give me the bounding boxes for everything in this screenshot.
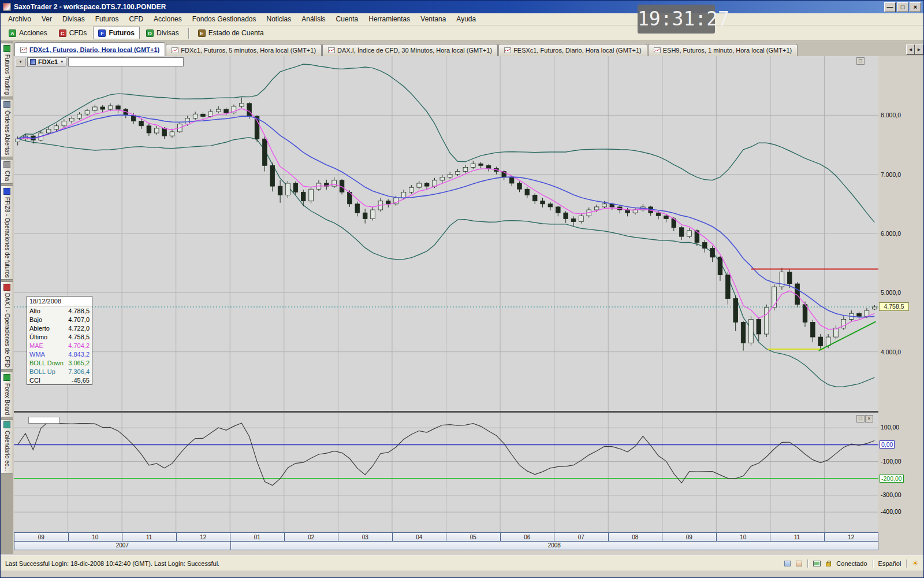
menu-item-analisis[interactable]: Análisis [296,14,330,24]
month-cell: 05 [446,532,501,542]
clock-overlay: 19:31:27 [638,5,715,34]
dock-tab-calendario-ec[interactable]: Calendario ec... [1,419,13,473]
price-tick: 8.000,0 [881,112,901,118]
tooltip-row-value: 4.704,2 [68,342,90,349]
tooltip-row: Alto4.788,5 [27,306,92,315]
lock-icon [826,562,831,566]
left-dock: Futuros TradingÓrdenes AbiertasChaFFIZ8 … [1,41,13,554]
chart-tab-label: ESH9, Futuros, 1 minuto, Hora local (GMT… [663,47,792,54]
price-tick: 4.000,0 [881,349,901,355]
chart-icon [172,47,178,53]
chart-tab-label: FDXc1, Futuros, 5 minutos, Hora local (G… [181,47,316,54]
dock-tab-forex-board[interactable]: Forex Board [1,372,13,417]
acciones-icon: A [9,29,16,37]
month-cell: 10 [68,532,123,542]
menu-item-futuros[interactable]: Futuros [90,14,124,24]
divider [873,560,873,568]
trend-line[interactable] [819,321,876,350]
dax-i-operaciones-de-cfd-icon [3,284,10,291]
cci-tick: -200,00 [880,475,904,483]
year-cell: 2007 [14,542,231,550]
time-axis[interactable]: 09101112010203040506070809101112 2007200… [14,532,878,550]
edit-icon [796,561,802,566]
tab-scroll-right-button[interactable]: ▶ [915,45,923,55]
month-row: 09101112010203040506070809101112 [14,532,878,542]
window-title: SaxoTrader 2 - workspace.DTS.7.100.PONDE… [14,3,166,11]
chart-icon [654,47,661,53]
forex-board-icon [3,374,10,381]
chart-icon [20,47,27,53]
menu-item-ventana[interactable]: Ventana [415,14,451,24]
tooltip-row: BOLL Down3.065,2 [27,358,92,367]
menu-bar: ArchivoVerDivisasFuturosCFDAccionesFondo… [1,13,923,25]
cci-panel-close-button[interactable]: × [865,415,873,423]
chart-tab-strip: FDXc1, Futuros, Diario, Hora local (GMT+… [13,41,924,56]
chart-tab[interactable]: ESH9, Futuros, 1 minuto, Hora local (GMT… [648,44,798,56]
menu-item-acciones[interactable]: Acciones [148,14,187,24]
tooltip-row-label: Último [29,334,47,340]
menu-item-cuenta[interactable]: Cuenta [331,14,364,24]
minimize-button[interactable]: — [884,2,896,12]
calendario-ec-icon [3,421,10,428]
dock-tab-dax-i-operaciones-de-cfd[interactable]: DAX.I - Operaciones de CFD [1,281,13,370]
toolbar-button-estado-de-cuenta[interactable]: EEstado de Cuenta [193,27,269,39]
futuros-trading-icon [3,45,10,52]
dock-tab-label: FFIZ8 - Operaciones de futuros [4,197,10,278]
price-panel-restore-button[interactable]: □ [856,57,865,65]
dock-tab-ordenes-abiertas[interactable]: Órdenes Abiertas [1,99,13,157]
sun-icon: ☀ [912,559,919,568]
tooltip-row-label: Alto [29,307,40,314]
toolbar-button-divisas[interactable]: DDivisas [141,27,184,39]
cci-tick: -300,00 [881,491,901,498]
price-tick: 7.000,0 [881,171,901,178]
tooltip-row-label: Bajo [29,316,42,323]
toolbar-button-cfds[interactable]: CCFDs [54,27,92,39]
tooltip-row: Abierto4.722,0 [27,324,92,332]
menu-item-ayuda[interactable]: Ayuda [451,14,481,24]
cci-panel-restore-button[interactable]: □ [856,415,865,423]
maximize-button[interactable]: □ [897,2,908,12]
application-window: SaxoTrader 2 - workspace.DTS.7.100.PONDE… [0,0,924,578]
price-axis[interactable]: 4.758,5 8.000,07.000,06.000,05.000,04.00… [878,56,924,551]
month-cell: 11 [770,532,825,542]
chart-menu-button[interactable]: ▼ [16,58,25,66]
symbol-label: FDXc1 [38,58,58,65]
tooltip-row-value: 4.843,2 [68,351,90,358]
chart-tab[interactable]: FESXc1, Futuros, Diario, Hora local (GMT… [498,44,647,56]
close-button[interactable]: × [910,2,921,12]
month-cell: 02 [284,532,339,542]
month-cell: 06 [500,532,555,542]
cci-legend-box [28,417,59,424]
menu-item-herramientas[interactable]: Herramientas [363,14,415,24]
toolbar-button-futuros[interactable]: FFuturos [93,27,140,39]
menu-item-noticias[interactable]: Noticias [262,14,297,24]
menu-item-ver[interactable]: Ver [36,14,57,24]
price-tick: 6.000,0 [881,230,901,237]
toolbar-button-label: Divisas [157,29,179,37]
toolbar-button-acciones[interactable]: AAcciones [3,27,53,39]
cci-chart-canvas[interactable] [14,413,878,532]
menu-item-cfd[interactable]: CFD [124,14,148,24]
tab-scroll-left-button[interactable]: ◀ [906,45,915,55]
dock-tab-ffiz8-operaciones-de-futuros[interactable]: FFIZ8 - Operaciones de futuros [1,186,13,280]
main-toolbar: AAccionesCCFDsFFuturosDDivisasEEstado de… [1,25,923,41]
menu-item-divisas[interactable]: Divisas [57,14,90,24]
divisas-icon: D [146,29,154,37]
ordenes-abiertas-icon [3,101,10,108]
dock-tab-cha[interactable]: Cha [1,159,13,183]
menu-item-fondos-gestionados[interactable]: Fondos Gestionados [187,14,262,24]
menu-item-archivo[interactable]: Archivo [3,14,36,24]
price-chart-canvas[interactable] [14,56,878,411]
dock-tab-futuros-trading[interactable]: Futuros Trading [1,43,13,97]
language-label: Español [878,560,901,567]
symbol-input[interactable] [68,57,184,66]
chart-icon [504,47,511,53]
cci-tick: -400,00 [881,508,901,515]
cci-tick: -100,00 [881,458,901,465]
symbol-combo[interactable]: FDXc1 ▼ [27,57,66,66]
year-row: 20072008 [14,542,878,550]
chart-tab[interactable]: DAX.I, Índice de CFD, 30 Minutos, Hora l… [322,44,498,56]
chart-tab[interactable]: FDXc1, Futuros, 5 minutos, Hora local (G… [166,44,322,56]
chart-tab[interactable]: FDXc1, Futuros, Diario, Hora local (GMT+… [14,42,165,56]
cfds-icon: C [59,29,66,37]
